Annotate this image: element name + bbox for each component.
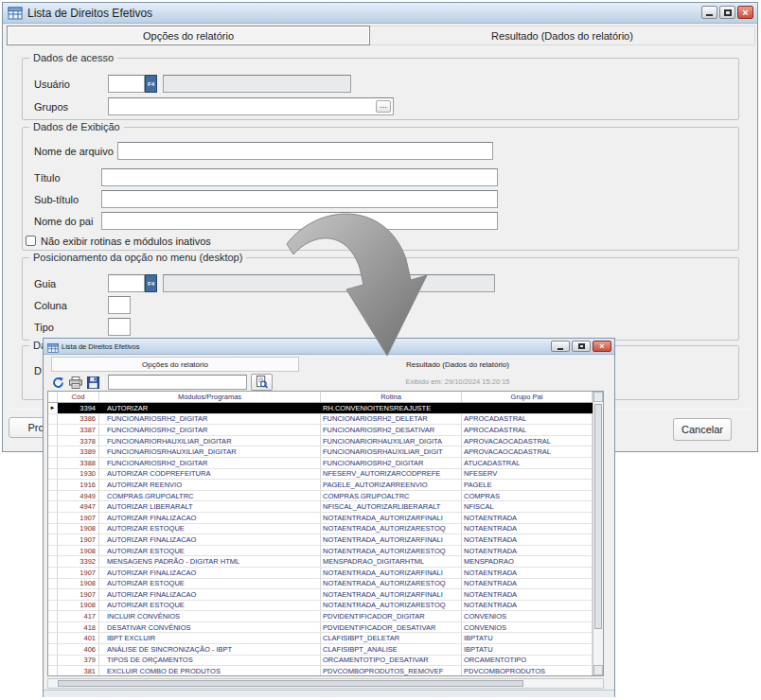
maximize-icon <box>724 9 732 16</box>
table-row[interactable]: 401IBPT EXCLUIRCLAFISIBPT_DELETARIBPTATU <box>48 633 593 644</box>
table-row[interactable]: 1907AUTORIZAR FINALIZACAONOTAENTRADA_AUT… <box>48 568 593 579</box>
titulo-input[interactable] <box>101 168 498 186</box>
header-rotina[interactable]: Rotina <box>321 392 462 402</box>
minimize-button[interactable] <box>551 341 570 352</box>
horizontal-scroll-thumb[interactable] <box>58 680 523 687</box>
tab-resultado[interactable]: Resultado (Dados do relatório) <box>304 357 611 372</box>
table-row[interactable]: 1908AUTORIZAR ESTOQUENOTAENTRADA_AUTORIZ… <box>48 601 593 612</box>
cell-modulo: DESATIVAR CONVÊNIOS <box>99 622 321 633</box>
table-row[interactable]: 3378FUNCIONARIORHAUXILIAR_DIGITARFUNCION… <box>48 436 593 447</box>
f4-lookup-icon[interactable]: F4 <box>145 75 157 93</box>
maximize-button[interactable] <box>719 6 735 19</box>
vertical-scroll-thumb[interactable] <box>594 404 602 629</box>
coluna-input[interactable] <box>108 296 131 314</box>
table-row[interactable]: 4947AUTORIZAR LIBERARALTNFISCAL_AUTORIZA… <box>48 501 593 513</box>
table-row[interactable]: 3392MENSAGENS PADRÃO - DIGITAR HTMLMENSP… <box>48 556 593 568</box>
table-row[interactable]: 406ANÁLISE DE SINCRONIZAÇÃO - IBPTCLAFIS… <box>48 644 593 656</box>
cell-modulo: AUTORIZAR FINALIZACAO <box>99 534 321 545</box>
cell-modulo: AUTORIZAR ESTOQUE <box>99 524 321 534</box>
table-row[interactable]: 417INCLUIR CONVÊNIOSPDVIDENTIFICADOR_DIG… <box>48 611 593 622</box>
minimize-button[interactable] <box>701 6 717 19</box>
cancelar-button[interactable]: Cancelar <box>673 418 732 441</box>
header-modulos-programas[interactable]: Módulos/Programas <box>99 392 321 402</box>
close-button[interactable]: × <box>593 341 611 352</box>
horizontal-scrollbar[interactable] <box>47 678 604 689</box>
vertical-scrollbar[interactable] <box>593 392 603 675</box>
table-row[interactable]: 1908AUTORIZAR ESTOQUENOTAENTRADA_AUTORIZ… <box>48 524 593 535</box>
table-row[interactable]: 4949COMPRAS.GRUPOALTRCCOMPRAS.GRUPOALTRC… <box>48 491 593 502</box>
header-cod[interactable]: Cód <box>58 392 99 402</box>
grid-scroll-area[interactable]: Cód Módulos/Programas Rotina Grupo Pai ►… <box>48 392 593 675</box>
nome-do-pai-input[interactable] <box>101 212 498 230</box>
cell-rotina: PDVIDENTIFICADOR_DIGITAR <box>321 611 462 621</box>
cell-modulo: AUTORIZAR ESTOQUE <box>99 579 321 589</box>
cell-modulo: COMPRAS.GRUPOALTRC <box>99 491 321 501</box>
f4-lookup-icon[interactable]: F4 <box>145 274 157 292</box>
sub-titulo-input[interactable] <box>101 190 498 208</box>
grupos-input[interactable] <box>108 97 394 115</box>
grupos-browse-button[interactable]: ... <box>376 100 391 113</box>
cell-rotina: FUNCIONARIOSRH2_DELETAR <box>321 414 462 425</box>
window-grid-icon <box>47 341 59 352</box>
scroll-down-arrow[interactable] <box>593 665 603 675</box>
table-row[interactable]: 418DESATIVAR CONVÊNIOSPDVIDENTIFICADOR_D… <box>48 622 593 634</box>
toolbar-separator <box>103 375 104 390</box>
row-marker <box>48 469 58 480</box>
window-grid-icon <box>8 6 23 21</box>
table-row[interactable]: ►3394AUTORIZARRH.CONVENIOITENSREAJUSTE <box>48 403 593 414</box>
maximize-button[interactable] <box>572 341 591 352</box>
cell-grupo-pai: IBPTATU <box>462 644 593 655</box>
row-marker <box>48 556 58 567</box>
row-marker <box>48 501 58 512</box>
result-titlebar[interactable]: Lista de Direitos Efetivos × <box>44 339 614 355</box>
screen: Lista de Direitos Efetivos × Opções do r… <box>0 0 761 700</box>
tab-label: Resultado (Dados do relatório) <box>406 360 509 369</box>
cell-modulo: AUTORIZAR LIBERARALT <box>99 501 321 512</box>
exhibited-at-text: Exibido em: 29/10/2024 15:20:15 <box>304 377 611 386</box>
cell-cod: 418 <box>58 622 99 633</box>
nome-de-arquivo-label: Nome de arquivo <box>34 146 114 157</box>
header-grupo-pai[interactable]: Grupo Pai <box>462 392 593 402</box>
scroll-up-arrow[interactable] <box>593 392 603 402</box>
cell-rotina: NOTAENTRADA_AUTORIZARFINALI <box>321 589 462 600</box>
table-row[interactable]: 1908AUTORIZAR ESTOQUENOTAENTRADA_AUTORIZ… <box>48 546 593 557</box>
table-row[interactable]: 3387FUNCIONARIOSRH2_DIGITARFUNCIONARIOSR… <box>48 425 593 436</box>
close-button[interactable]: × <box>737 6 753 19</box>
tab-resultado[interactable]: Resultado (Dados do relatório) <box>370 26 755 45</box>
table-row[interactable]: 3389FUNCIONARIOSRHAUXILIAR_DIGITARFUNCIO… <box>48 446 593 458</box>
refresh-icon[interactable] <box>51 376 64 389</box>
row-marker <box>48 568 58 578</box>
table-row[interactable]: 379TIPOS DE ORÇAMENTOSORCAMENTOTIPO_DESA… <box>48 656 593 667</box>
table-row[interactable]: 1907AUTORIZAR FINALIZACAONOTAENTRADA_AUT… <box>48 589 593 601</box>
cell-cod: 3389 <box>58 446 99 457</box>
main-titlebar[interactable]: Lista de Direitos Efetivos × <box>3 3 757 24</box>
table-row[interactable]: 1930AUTORIZAR CODPREFEITURANFESERV_AUTOR… <box>48 469 593 481</box>
nome-de-arquivo-input[interactable] <box>117 142 493 160</box>
table-row[interactable]: 381EXCLUIR COMBO DE PRODUTOSPDVCOMBOPROD… <box>48 666 593 675</box>
cell-rotina: NFESERV_AUTORIZARCODPREFE <box>321 469 462 480</box>
guia-code-input[interactable] <box>108 274 145 292</box>
cell-modulo: FUNCIONARIORHAUXILIAR_DIGITAR <box>99 436 321 446</box>
preview-report-button[interactable] <box>251 374 273 391</box>
usuario-code-input[interactable] <box>108 75 145 93</box>
table-row[interactable]: 1907AUTORIZAR FINALIZACAONOTAENTRADA_AUT… <box>48 534 593 546</box>
cell-rotina: CLAFISIBPT_DELETAR <box>321 633 462 643</box>
tab-opcoes-relatorio[interactable]: Opções do relatório <box>51 357 299 372</box>
table-row[interactable]: 1908AUTORIZAR ESTOQUENOTAENTRADA_AUTORIZ… <box>48 579 593 590</box>
tab-opcoes-relatorio[interactable]: Opções do relatório <box>7 26 370 45</box>
grid-search-input[interactable] <box>108 375 247 390</box>
cell-grupo-pai: COMPRAS <box>462 491 593 501</box>
save-icon[interactable] <box>86 376 99 389</box>
inactive-modules-checkbox[interactable] <box>26 236 36 246</box>
grupos-label: Grupos <box>34 101 68 113</box>
close-icon: × <box>599 342 604 351</box>
print-icon[interactable] <box>68 376 82 389</box>
tipo-input[interactable] <box>108 318 131 336</box>
cell-grupo-pai: NFESERV <box>462 469 593 480</box>
table-row[interactable]: 1907AUTORIZAR FINALIZACAONOTAENTRADA_AUT… <box>48 513 593 524</box>
table-row[interactable]: 3386FUNCIONARIOSRH2_DIGITARFUNCIONARIOSR… <box>48 414 593 426</box>
cell-grupo-pai <box>462 403 593 413</box>
table-row[interactable]: 3388FUNCIONARIOSRH2_DIGITARFUNCIONARIOSR… <box>48 458 593 469</box>
table-row[interactable]: 1916AUTORIZAR REENVIOPAGELE_AUTORIZARREE… <box>48 480 593 491</box>
cell-rotina: NOTAENTRADA_AUTORIZARFINALI <box>321 534 462 545</box>
